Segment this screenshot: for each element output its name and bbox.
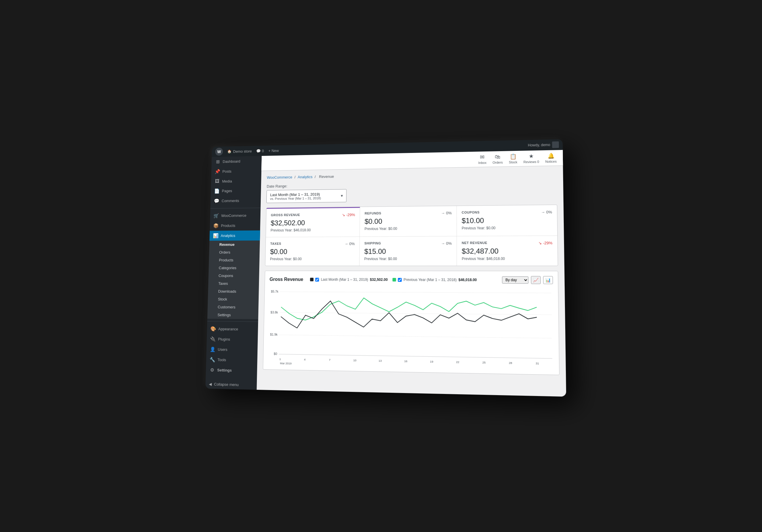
svg-text:$3.8k: $3.8k [270,311,278,314]
svg-text:7: 7 [329,358,331,362]
stat-card-coupons[interactable]: COUPONS $10.00 Previous Year: $0.00 → 0% [457,205,558,236]
stat-card-refunds[interactable]: REFUNDS $0.00 Previous Year: $0.00 → 0% [360,206,457,237]
date-range-wrapper: Last Month (Mar 1 – 31, 2019) vs. Previo… [267,189,347,203]
chart-section: Gross Revenue Last Month (Mar 1 – 31, 20… [263,271,560,375]
submenu-item-stock[interactable]: Stock [208,295,259,303]
stat-value-net-revenue: $32,487.00 [462,247,553,255]
stat-value-refunds: $0.00 [365,217,452,226]
sidebar-label-tools: Tools [217,358,226,362]
submenu-item-taxes[interactable]: Taxes [208,280,259,288]
submenu-item-revenue[interactable]: Revenue [209,240,260,248]
stat-label-shipping: SHIPPING [364,241,452,245]
wp-logo-text: W [217,149,221,154]
stat-value-taxes: $0.00 [270,247,354,256]
sidebar-divider-1 [210,208,261,209]
breadcrumb-analytics[interactable]: Analytics [298,175,313,179]
sidebar-label-comments: Comments [221,198,239,203]
howdy-text: Howdy, demo [528,143,550,148]
chart-bar-btn[interactable]: 📊 [543,276,553,284]
admin-avatar [552,141,559,148]
submenu-item-downloads[interactable]: Downloads [208,288,259,296]
chart-interval-select[interactable]: By day By week By month [502,276,529,284]
submenu-item-coupons[interactable]: Coupons [208,272,259,280]
toolbar-orders[interactable]: 🛍 Orders [493,154,503,164]
submenu-item-products[interactable]: Products [209,256,260,264]
stat-card-gross-revenue[interactable]: GROSS REVENUE $32,502.00 Previous Year: … [266,207,360,237]
collapse-menu-button[interactable]: ◀ Collapse menu [205,379,257,390]
comment-icon: 💬 [256,149,261,153]
legend-checkbox-current[interactable] [315,278,319,282]
sidebar-item-appearance[interactable]: 🎨 Appearance [207,324,258,334]
new-label: + New [268,149,279,153]
analytics-submenu: Revenue Orders Products Categories Coupo… [207,240,260,319]
admin-bar-site[interactable]: 🏠 Demo store [227,149,252,154]
stat-value-gross-revenue: $32,502.00 [270,218,355,227]
admin-bar-howdy[interactable]: Howdy, demo [528,141,559,149]
svg-line-5 [279,312,552,315]
sidebar-item-products[interactable]: 📦 Products [210,221,261,231]
collapse-menu-label: Collapse menu [214,382,239,387]
breadcrumb-woocommerce[interactable]: WooCommerce [267,175,292,180]
date-vs: vs. Previous Year (Mar 1 – 31, 2018) [270,196,338,200]
sidebar-label-products: Products [221,224,235,228]
legend-box-prev [392,278,396,282]
screen-wrapper: W 🏠 Demo store 💬 0 + New Howdy, demo [205,139,566,397]
chart-legend-current[interactable]: Last Month (Mar 1 – 31, 2019) $32,502.00 [310,277,388,282]
submenu-item-settings[interactable]: Settings [207,311,258,319]
stat-previous-net-revenue: Previous Year: $46,018.00 [462,256,553,261]
chart-legend-prev[interactable]: Previous Year (Mar 1 – 31, 2018) $46,018… [392,278,477,282]
sidebar-item-settings[interactable]: ⚙ Settings [206,365,257,376]
sidebar-item-tools[interactable]: 🔧 Tools [206,354,257,366]
wp-logo[interactable]: W [215,148,223,156]
toolbar-notices[interactable]: 🔔 Notices [545,152,557,164]
breadcrumb-current: Revenue [319,174,334,179]
sidebar-item-media[interactable]: 🖼 Media [211,176,261,186]
sidebar-label-users: Users [218,347,227,352]
toolbar-stock[interactable]: 📋 Stock [509,153,517,164]
stats-grid: GROSS REVENUE $32,502.00 Previous Year: … [265,205,558,266]
sidebar: ⊞ Dashboard 📌 Posts 🖼 Media 📄 Pages 💬 [205,156,262,390]
reviews-icon: ★ [529,153,534,160]
stat-card-net-revenue[interactable]: NET REVENUE $32,487.00 Previous Year: $4… [457,236,558,266]
sidebar-item-woocommerce[interactable]: 🛒 WooCommerce [210,210,261,221]
sidebar-item-plugins[interactable]: 🔌 Plugins [206,334,258,345]
chart-container: $5.7k $3.8k $1.9k $0 [268,288,554,370]
stat-change-shipping: → 0% [441,241,452,245]
media-icon: 🖼 [214,179,220,184]
svg-text:4: 4 [304,358,305,361]
revenue-chart: $5.7k $3.8k $1.9k $0 [268,288,554,370]
sidebar-item-users[interactable]: 👤 Users [206,344,258,355]
svg-text:1: 1 [279,357,281,361]
submenu-item-orders[interactable]: Orders [209,248,260,256]
admin-bar-comment[interactable]: 💬 0 [256,149,264,153]
stat-change-refunds: → 0% [441,211,452,215]
sidebar-item-analytics[interactable]: 📊 Analytics [209,230,260,241]
legend-checkbox-prev[interactable] [398,278,402,282]
sidebar-item-posts[interactable]: 📌 Posts [211,166,262,176]
chart-title: Gross Revenue [269,277,303,282]
sidebar-label-media: Media [222,179,232,183]
svg-text:28: 28 [509,361,512,365]
legend-box-current [310,278,314,281]
sidebar-item-comments[interactable]: 💬 Comments [210,195,261,206]
dashboard-icon: ⊞ [215,159,221,164]
stat-card-taxes[interactable]: TAXES $0.00 Previous Year: $0.00 → 0% [265,237,359,266]
sidebar-item-pages[interactable]: 📄 Pages [211,185,261,196]
date-range-select[interactable]: Last Month (Mar 1 – 31, 2019) vs. Previo… [267,189,347,203]
submenu-item-customers[interactable]: Customers [207,303,258,311]
svg-text:$1.9k: $1.9k [270,333,278,337]
toolbar-reviews[interactable]: ★ Reviews 0 [523,153,539,164]
breadcrumb-sep-1: / [294,175,296,179]
toolbar-inbox[interactable]: ✉ Inbox [478,154,487,165]
settings-icon: ⚙ [209,367,215,373]
sidebar-item-dashboard[interactable]: ⊞ Dashboard [212,156,262,166]
admin-bar-new[interactable]: + New [268,149,279,153]
sidebar-label-appearance: Appearance [218,327,238,331]
submenu-item-categories[interactable]: Categories [209,264,260,272]
svg-text:25: 25 [482,361,486,364]
analytics-icon: 📊 [213,233,218,238]
stat-value-coupons: $10.00 [462,216,552,225]
stat-card-shipping[interactable]: SHIPPING $15.00 Previous Year: $0.00 → 0… [359,236,457,266]
chart-line-btn[interactable]: 📈 [531,276,541,284]
legend-label-prev: Previous Year (Mar 1 – 31, 2018) [404,278,457,282]
